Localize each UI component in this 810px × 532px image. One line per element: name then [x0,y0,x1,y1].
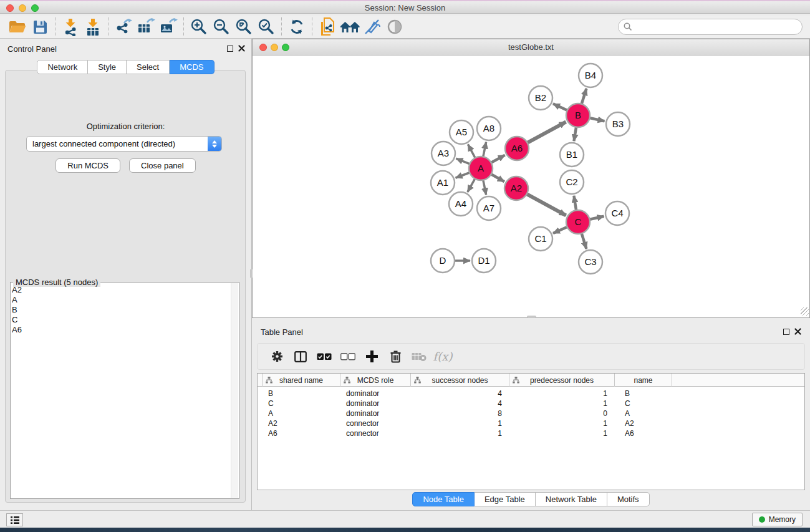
edge-B-B2[interactable] [553,104,569,111]
result-item[interactable]: A6 [12,325,230,335]
resize-grip[interactable] [801,307,809,316]
zoom-selected-icon[interactable] [255,17,277,37]
save-session-icon[interactable] [29,17,51,37]
network-canvas[interactable]: AA1A3A5A8A4A7A6A2BB1B2B3B4CC1C2C3C4DD1 [253,56,809,317]
zoom-out-icon[interactable] [210,17,233,37]
import-table-icon[interactable] [82,17,104,37]
node-A[interactable]: A [469,157,493,180]
node-table[interactable]: shared nameMCDS rolesuccessor nodesprede… [257,373,805,490]
edge-C-C1[interactable] [553,226,568,233]
run-mcds-button[interactable]: Run MCDS [55,158,120,173]
network-window-titlebar[interactable]: testGlobe.txt [253,39,809,56]
node-A6[interactable]: A6 [505,137,529,160]
apply-layout-home-icon[interactable] [339,17,361,37]
deselect-all-checkboxes-icon[interactable] [337,346,359,367]
table-row[interactable]: Cdominator41C [258,399,804,409]
float-table-panel-icon[interactable] [783,329,789,335]
result-item[interactable]: C [12,315,230,325]
float-panel-icon[interactable] [227,46,233,52]
close-panel-button[interactable]: Close panel [129,158,196,173]
tab-edge-table[interactable]: Edge Table [475,492,536,506]
node-A2[interactable]: A2 [504,177,528,200]
edge-A2-C[interactable] [526,193,566,215]
export-image-icon[interactable] [157,17,180,37]
edge-A-A2[interactable] [490,173,504,181]
node-C1[interactable]: C1 [529,227,552,251]
column-header-successor-nodes[interactable]: successor nodes [411,374,509,387]
node-A8[interactable]: A8 [477,117,501,140]
tab-select[interactable]: Select [127,60,170,74]
tab-style[interactable]: Style [88,60,127,74]
edge-C-C4[interactable] [589,216,604,220]
edge-A-A5[interactable] [468,144,476,159]
memory-button[interactable]: Memory [752,513,803,526]
export-network-icon[interactable] [112,17,135,37]
node-B[interactable]: B [566,104,590,127]
edge-A-A4[interactable] [468,178,476,192]
tab-motifs[interactable]: Motifs [607,492,650,506]
edge-B-B4[interactable] [581,89,586,105]
close-panel-icon[interactable] [238,45,245,52]
edge-A-A8[interactable] [483,142,486,158]
delete-table-icon[interactable] [408,346,430,367]
result-item[interactable]: A2 [12,285,230,295]
delete-column-icon[interactable] [385,346,406,367]
column-settings-gear-icon[interactable] [266,346,287,367]
edge-B-B1[interactable] [574,126,576,141]
table-row[interactable]: A6connector11A6 [258,428,804,438]
task-history-button[interactable] [6,513,23,526]
node-B1[interactable]: B1 [560,143,584,167]
column-header-shared-name[interactable]: shared name [263,374,340,387]
column-header-name[interactable]: name [615,374,672,387]
table-row[interactable]: A2connector11A2 [258,418,804,428]
criterion-dropdown[interactable]: largest connected component (directed) [26,136,222,152]
network-graph[interactable]: AA1A3A5A8A4A7A6A2BB1B2B3B4CC1C2C3C4DD1 [253,56,809,317]
node-A7[interactable]: A7 [477,196,501,220]
search-input[interactable] [635,22,802,31]
table-row[interactable]: Adominator80A [258,409,804,418]
tab-network[interactable]: Network [37,60,88,74]
node-B4[interactable]: B4 [579,64,602,87]
edge-A-A1[interactable] [456,172,471,178]
node-D1[interactable]: D1 [472,249,496,273]
search-field[interactable] [618,19,803,35]
birds-eye-view-icon[interactable] [383,17,406,37]
node-C4[interactable]: C4 [605,201,629,225]
result-item[interactable]: B [12,305,230,315]
table-row[interactable]: Bdominator41B [258,389,804,399]
add-column-icon[interactable] [361,346,382,367]
tab-node-table[interactable]: Node Table [412,492,475,506]
hide-graphics-details-icon[interactable] [361,17,383,37]
node-B3[interactable]: B3 [606,112,630,136]
edge-A-A3[interactable] [456,158,471,165]
open-session-icon[interactable] [6,17,29,37]
column-header-predecessor-nodes[interactable]: predecessor nodes [509,374,615,387]
edge-A-A7[interactable] [483,179,486,195]
node-C3[interactable]: C3 [579,250,602,274]
node-A4[interactable]: A4 [449,192,473,216]
result-scrollbar[interactable] [231,283,238,498]
import-network-icon[interactable] [59,17,82,37]
node-A3[interactable]: A3 [432,142,455,165]
tab-mcds[interactable]: MCDS [170,60,214,74]
export-table-icon[interactable] [135,17,157,37]
edge-B-B3[interactable] [589,118,605,122]
close-table-panel-icon[interactable] [794,328,801,335]
node-A1[interactable]: A1 [431,171,455,195]
edge-A-A6[interactable] [490,155,505,163]
edge-A6-B[interactable] [526,122,566,143]
column-header-mcds-role[interactable]: MCDS role [340,374,411,387]
select-all-checkboxes-icon[interactable] [314,346,335,367]
node-C2[interactable]: C2 [560,170,584,194]
node-C[interactable]: C [566,210,590,234]
result-item[interactable]: A [12,295,230,305]
vertical-scroll-thumb[interactable] [250,269,253,278]
tab-network-table[interactable]: Network Table [536,492,607,506]
node-D[interactable]: D [431,249,455,273]
split-panel-icon[interactable] [290,346,311,367]
network-from-file-icon[interactable] [316,17,339,37]
refresh-view-icon[interactable] [286,17,308,37]
node-A5[interactable]: A5 [450,120,473,144]
edge-C-C2[interactable] [574,196,576,211]
node-B2[interactable]: B2 [529,86,552,110]
